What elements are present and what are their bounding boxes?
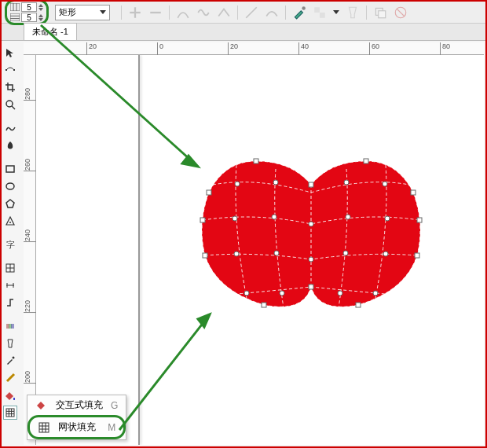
svg-rect-43 (254, 159, 258, 163)
svg-rect-44 (364, 159, 368, 163)
svg-rect-17 (5, 69, 7, 71)
flyout-interactive-fill[interactable]: 交互式填充 G (27, 395, 126, 415)
svg-point-65 (274, 251, 279, 255)
svg-rect-73 (39, 423, 49, 432)
flyout-shortcut: M (108, 422, 115, 433)
svg-point-24 (9, 222, 11, 223)
svg-rect-54 (309, 285, 313, 289)
svg-point-19 (6, 101, 13, 107)
grid-rows-icon (10, 13, 20, 21)
svg-point-58 (383, 182, 387, 186)
svg-rect-47 (200, 218, 205, 222)
dropdown-label: 矩形 (59, 6, 76, 18)
mesh-grid-size-group: 5 5 (5, 0, 49, 25)
svg-rect-14 (379, 10, 386, 17)
document-tabs: 未命名 -1 (2, 24, 485, 41)
svg-point-63 (385, 216, 390, 221)
svg-marker-23 (6, 200, 14, 207)
svg-rect-50 (415, 253, 419, 258)
clear-mesh-icon[interactable] (394, 6, 408, 20)
curve-cusp-icon[interactable] (217, 6, 231, 20)
fill-tool-flyout: 交互式填充 G 网状填充 M (27, 395, 126, 440)
dimension-tool[interactable] (3, 278, 17, 292)
connector-tool[interactable] (3, 296, 17, 310)
tab-untitled[interactable]: 未命名 -1 (24, 23, 77, 40)
svg-rect-7 (134, 7, 136, 18)
curve-smooth-icon[interactable] (196, 6, 211, 20)
svg-point-71 (338, 291, 342, 296)
smart-fill-tool[interactable] (3, 138, 17, 152)
svg-rect-48 (417, 218, 422, 222)
svg-point-64 (234, 252, 239, 256)
grid-rows-input[interactable]: 5 (21, 13, 37, 22)
ruler-vertical: 280260240220200 (24, 55, 36, 445)
node-selection-dropdown[interactable]: 矩形 (55, 5, 110, 20)
svg-text:字: 字 (6, 240, 15, 249)
svg-point-59 (233, 216, 237, 221)
copy-mesh-icon[interactable] (373, 6, 387, 20)
add-node-icon[interactable] (128, 6, 142, 20)
svg-point-61 (309, 222, 313, 226)
interactive-fill-tool[interactable] (3, 406, 17, 420)
svg-point-10 (302, 6, 306, 10)
mesh-fill-object[interactable] (193, 149, 429, 314)
drawing-canvas[interactable] (36, 55, 484, 445)
page-edge (138, 55, 140, 445)
property-bar: 5 5 矩形 (2, 2, 485, 24)
svg-point-55 (235, 182, 240, 186)
svg-point-69 (244, 291, 249, 296)
polygon-tool[interactable] (3, 196, 17, 211)
svg-rect-8 (150, 11, 161, 13)
flyout-mesh-fill[interactable]: 网状填充 M (27, 415, 126, 439)
grid-rows-spinner[interactable] (38, 14, 43, 21)
svg-rect-18 (13, 69, 15, 71)
pick-tool[interactable] (3, 46, 17, 60)
freehand-tool[interactable] (3, 121, 17, 135)
svg-line-16 (397, 9, 405, 16)
svg-line-9 (246, 7, 257, 18)
delete-node-icon[interactable] (148, 6, 163, 20)
rectangle-tool[interactable] (3, 162, 17, 176)
svg-rect-0 (10, 3, 20, 11)
property-bar-tools (121, 6, 408, 20)
fill-tool[interactable] (3, 388, 17, 402)
ellipse-tool[interactable] (3, 179, 17, 193)
grid-columns-input[interactable]: 5 (21, 2, 37, 12)
shape-tool[interactable] (3, 63, 17, 77)
basic-shapes-tool[interactable] (3, 214, 17, 228)
text-tool[interactable]: 字 (3, 237, 17, 252)
svg-point-56 (273, 180, 278, 185)
smooth-icon[interactable] (265, 6, 279, 20)
glass-icon[interactable] (346, 6, 360, 20)
blend-tool[interactable] (3, 319, 17, 333)
grid-columns-icon (10, 3, 20, 11)
table-tool[interactable] (3, 261, 17, 275)
transparency-dropdown-icon[interactable] (333, 10, 339, 14)
svg-rect-45 (207, 190, 211, 195)
svg-point-60 (272, 215, 276, 219)
transparency-icon[interactable] (313, 6, 327, 20)
svg-rect-49 (203, 253, 207, 258)
transparency-tool[interactable] (3, 336, 17, 351)
ruler-horizontal: 20020406080 (24, 42, 484, 55)
curve-icon[interactable] (176, 6, 190, 20)
svg-point-22 (6, 183, 14, 189)
toolbox: 字 (3, 42, 20, 420)
svg-point-68 (383, 252, 388, 256)
svg-point-67 (343, 251, 348, 255)
eyedropper-icon[interactable] (292, 6, 306, 20)
outline-tool[interactable] (3, 371, 17, 385)
svg-point-66 (309, 257, 313, 262)
flyout-label: 网状填充 (58, 420, 96, 434)
svg-rect-36 (13, 398, 15, 400)
flyout-label: 交互式填充 (56, 398, 103, 412)
svg-point-57 (344, 180, 349, 185)
svg-rect-51 (262, 303, 266, 307)
svg-rect-34 (11, 324, 14, 329)
zoom-tool[interactable] (3, 97, 17, 112)
svg-rect-11 (314, 7, 320, 13)
eyedropper-tool[interactable] (3, 354, 17, 368)
crop-tool[interactable] (3, 80, 17, 94)
grid-columns-spinner[interactable] (38, 4, 43, 11)
line-icon[interactable] (244, 6, 258, 20)
